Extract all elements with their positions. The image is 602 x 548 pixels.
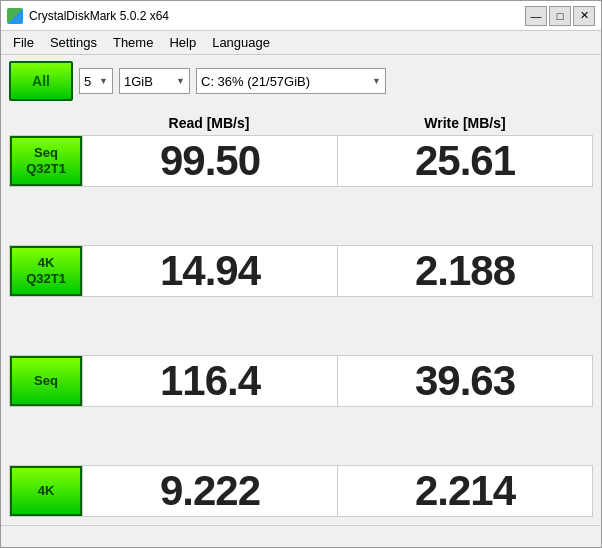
window-title: CrystalDiskMark 5.0.2 x64 [29,9,525,23]
read-value-seq: 116.4 [82,356,337,406]
read-column-header: Read [MB/s] [81,115,337,131]
drive-select[interactable]: C: 36% (21/57GiB) [196,68,386,94]
title-bar: CrystalDiskMark 5.0.2 x64 — □ ✕ [1,1,601,31]
app-window: CrystalDiskMark 5.0.2 x64 — □ ✕ File Set… [0,0,602,548]
app-icon [7,8,23,24]
row-label-seq-q32t1: SeqQ32T1 [10,136,82,186]
count-select-wrapper: 5 1 3 9 [79,68,113,94]
table-row: Seq 116.4 39.63 [9,355,593,407]
benchmark-table: Read [MB/s] Write [MB/s] SeqQ32T1 99.50 … [1,107,601,525]
size-select[interactable]: 1GiB 512MiB 2GiB 4GiB [119,68,190,94]
count-select[interactable]: 5 1 3 9 [79,68,113,94]
read-value-4k: 9.222 [82,466,337,516]
table-row: SeqQ32T1 99.50 25.61 [9,135,593,187]
read-value-4k-q32t1: 14.94 [82,246,337,296]
row-label-4k-q32t1: 4KQ32T1 [10,246,82,296]
minimize-button[interactable]: — [525,6,547,26]
write-column-header: Write [MB/s] [337,115,593,131]
menu-settings[interactable]: Settings [42,33,105,52]
menu-bar: File Settings Theme Help Language [1,31,601,55]
maximize-button[interactable]: □ [549,6,571,26]
table-header-row: Read [MB/s] Write [MB/s] [9,111,593,135]
table-row: 4KQ32T1 14.94 2.188 [9,245,593,297]
toolbar: All 5 1 3 9 1GiB 512MiB 2GiB 4GiB C: 36%… [1,55,601,107]
close-button[interactable]: ✕ [573,6,595,26]
label-column-header [9,115,81,131]
data-rows: SeqQ32T1 99.50 25.61 4KQ32T1 14.94 2.188 [9,135,593,521]
menu-file[interactable]: File [5,33,42,52]
write-value-4k-q32t1: 2.188 [337,246,592,296]
drive-select-wrapper: C: 36% (21/57GiB) [196,68,386,94]
read-value-seq-q32t1: 99.50 [82,136,337,186]
status-bar [1,525,601,547]
write-value-4k: 2.214 [337,466,592,516]
menu-language[interactable]: Language [204,33,278,52]
menu-theme[interactable]: Theme [105,33,161,52]
table-row: 4K 9.222 2.214 [9,465,593,517]
window-controls: — □ ✕ [525,6,595,26]
write-value-seq: 39.63 [337,356,592,406]
write-value-seq-q32t1: 25.61 [337,136,592,186]
row-label-4k: 4K [10,466,82,516]
all-button[interactable]: All [9,61,73,101]
row-label-seq: Seq [10,356,82,406]
size-select-wrapper: 1GiB 512MiB 2GiB 4GiB [119,68,190,94]
menu-help[interactable]: Help [161,33,204,52]
